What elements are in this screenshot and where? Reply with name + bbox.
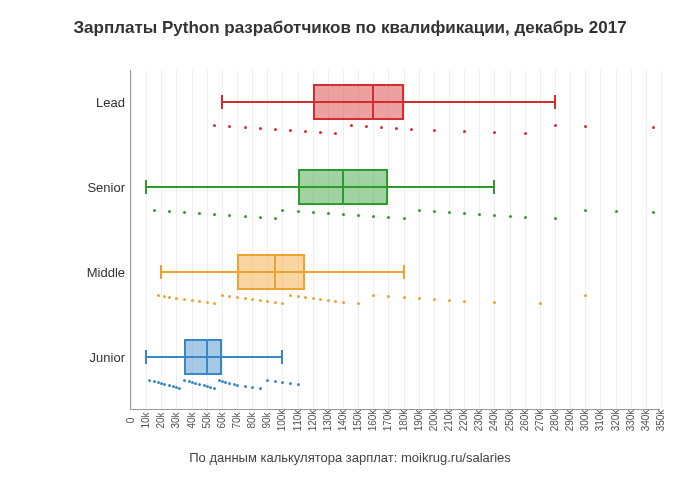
x-tick-label: 350k [655, 410, 666, 432]
grid-line [449, 70, 450, 409]
box [313, 84, 404, 120]
x-tick-label: 80k [246, 412, 257, 428]
whisker-cap [281, 350, 283, 364]
data-point [274, 128, 277, 131]
data-point [327, 212, 330, 215]
data-point [289, 294, 292, 297]
y-tick-label: Senior [87, 180, 125, 195]
data-point [266, 379, 269, 382]
data-point [433, 129, 436, 132]
x-tick-label: 310k [594, 410, 605, 432]
data-point [327, 299, 330, 302]
data-point [304, 296, 307, 299]
data-point [244, 215, 247, 218]
grid-line [131, 70, 132, 409]
whisker-cap [221, 95, 223, 109]
x-tick-label: 320k [609, 410, 620, 432]
data-point [319, 131, 322, 134]
x-tick-label: 290k [564, 410, 575, 432]
data-point [372, 215, 375, 218]
x-tick-label: 230k [473, 410, 484, 432]
data-point [448, 299, 451, 302]
data-point [357, 302, 360, 305]
grid-line [298, 70, 299, 409]
data-point [554, 124, 557, 127]
x-tick-label: 260k [518, 410, 529, 432]
data-point [448, 211, 451, 214]
data-point [312, 297, 315, 300]
data-point [493, 131, 496, 134]
y-tick-label: Middle [87, 265, 125, 280]
x-tick-label: 120k [306, 410, 317, 432]
whisker-cap [145, 350, 147, 364]
grid-line [631, 70, 632, 409]
data-point [228, 295, 231, 298]
data-point [274, 301, 277, 304]
data-point [157, 294, 160, 297]
data-point [395, 127, 398, 130]
data-point [289, 382, 292, 385]
whisker-cap [403, 265, 405, 279]
data-point [168, 296, 171, 299]
whisker-cap [160, 265, 162, 279]
chart-title: Зарплаты Python разработчиков по квалифи… [0, 0, 700, 44]
data-point [183, 379, 186, 382]
grid-line [661, 70, 662, 409]
data-point [213, 124, 216, 127]
data-point [387, 216, 390, 219]
median-line [372, 84, 374, 120]
data-point [478, 213, 481, 216]
data-point [372, 294, 375, 297]
data-point [304, 130, 307, 133]
x-tick-label: 50k [200, 412, 211, 428]
data-point [213, 213, 216, 216]
data-point [148, 379, 151, 382]
y-tick-label: Lead [96, 95, 125, 110]
data-point [387, 295, 390, 298]
grid-line [343, 70, 344, 409]
data-point [236, 296, 239, 299]
data-point [153, 209, 156, 212]
data-point [228, 382, 231, 385]
data-point [584, 125, 587, 128]
data-point [236, 384, 239, 387]
data-point [297, 210, 300, 213]
x-tick-label: 190k [412, 410, 423, 432]
data-point [433, 210, 436, 213]
data-point [259, 387, 262, 390]
data-point [281, 209, 284, 212]
data-point [244, 297, 247, 300]
data-point [380, 126, 383, 129]
x-tick-label: 250k [503, 410, 514, 432]
x-tick-label: 330k [624, 410, 635, 432]
median-line [274, 254, 276, 290]
y-tick-label: Junior [90, 350, 125, 365]
data-point [297, 295, 300, 298]
grid-line [479, 70, 480, 409]
data-point [493, 301, 496, 304]
x-tick-label: 0 [125, 418, 136, 424]
whisker-cap [493, 180, 495, 194]
data-point [365, 125, 368, 128]
plot-area [130, 70, 660, 410]
grid-line [525, 70, 526, 409]
grid-line [555, 70, 556, 409]
whisker-cap [554, 95, 556, 109]
data-point [266, 300, 269, 303]
data-point [244, 126, 247, 129]
data-point [319, 298, 322, 301]
grid-line [313, 70, 314, 409]
data-point [191, 299, 194, 302]
data-point [289, 129, 292, 132]
data-point [163, 383, 166, 386]
x-tick-label: 20k [155, 412, 166, 428]
grid-line [464, 70, 465, 409]
data-point [652, 211, 655, 214]
x-tick-label: 340k [639, 410, 650, 432]
data-point [168, 210, 171, 213]
data-point [228, 214, 231, 217]
box [184, 339, 222, 375]
data-point [224, 381, 227, 384]
data-point [244, 385, 247, 388]
data-point [524, 216, 527, 219]
